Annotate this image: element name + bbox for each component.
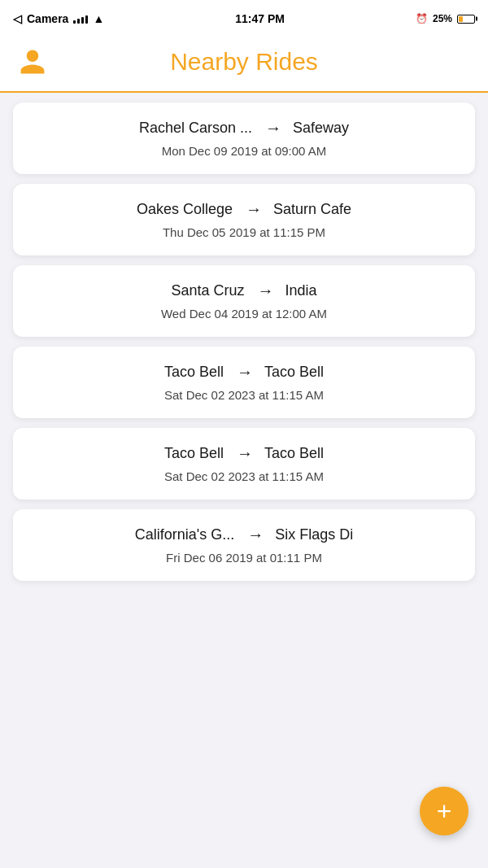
ride-from: Taco Bell xyxy=(164,445,224,462)
ride-route: Taco Bell → Taco Bell xyxy=(33,444,455,463)
ride-from: Rachel Carson ... xyxy=(139,120,252,137)
status-time: 11:47 PM xyxy=(235,12,285,25)
ride-datetime: Thu Dec 05 2019 at 11:15 PM xyxy=(33,225,455,239)
signal-bar-1 xyxy=(73,20,76,24)
ride-datetime: Mon Dec 09 2019 at 09:00 AM xyxy=(33,144,455,158)
ride-from: Santa Cruz xyxy=(171,282,244,299)
ride-card[interactable]: Oakes College → Saturn Cafe Thu Dec 05 2… xyxy=(13,184,475,255)
user-icon[interactable] xyxy=(16,46,49,78)
alarm-icon: ⏰ xyxy=(416,13,428,24)
ride-from: Oakes College xyxy=(137,201,233,218)
battery-container xyxy=(457,15,475,24)
arrow-icon: → xyxy=(237,444,251,463)
ride-to: Saturn Cafe xyxy=(273,201,351,218)
arrow-icon: → xyxy=(265,119,280,137)
arrow-icon: → xyxy=(247,526,262,544)
ride-card[interactable]: Taco Bell → Taco Bell Sat Dec 02 2023 at… xyxy=(13,347,475,418)
add-ride-button[interactable]: + xyxy=(420,787,468,835)
rides-list: Rachel Carson ... → Safeway Mon Dec 09 2… xyxy=(0,93,488,591)
signal-bar-3 xyxy=(81,17,84,24)
ride-route: California's G... → Six Flags Di xyxy=(33,526,455,544)
header: Nearby Rides xyxy=(0,36,488,93)
signal-bar-2 xyxy=(77,19,80,24)
ride-card[interactable]: Rachel Carson ... → Safeway Mon Dec 09 2… xyxy=(13,103,475,174)
arrow-icon: → xyxy=(237,363,251,382)
signal-bar-4 xyxy=(85,15,88,24)
ride-from: California's G... xyxy=(135,526,234,543)
battery-percent: 25% xyxy=(433,13,452,24)
status-left: ◁ Camera ▲ xyxy=(13,12,104,25)
arrow-icon: → xyxy=(258,281,272,300)
ride-datetime: Wed Dec 04 2019 at 12:00 AM xyxy=(33,307,455,321)
page-title: Nearby Rides xyxy=(49,48,439,76)
ride-to: Six Flags Di xyxy=(275,526,353,543)
ride-card[interactable]: California's G... → Six Flags Di Fri Dec… xyxy=(13,509,475,581)
ride-to: Taco Bell xyxy=(264,364,324,381)
ride-route: Taco Bell → Taco Bell xyxy=(33,363,455,382)
arrow-icon: → xyxy=(246,200,260,219)
ride-route: Rachel Carson ... → Safeway xyxy=(33,119,455,137)
ride-datetime: Fri Dec 06 2019 at 01:11 PM xyxy=(33,551,455,565)
add-icon: + xyxy=(437,798,452,824)
ride-card[interactable]: Santa Cruz → India Wed Dec 04 2019 at 12… xyxy=(13,265,475,337)
carrier-label: Camera xyxy=(27,12,68,25)
ride-datetime: Sat Dec 02 2023 at 11:15 AM xyxy=(33,469,455,483)
ride-route: Oakes College → Saturn Cafe xyxy=(33,200,455,219)
wifi-icon: ▲ xyxy=(93,12,104,25)
battery-fill xyxy=(459,16,463,22)
ride-route: Santa Cruz → India xyxy=(33,281,455,300)
back-arrow-icon: ◁ xyxy=(13,12,22,25)
battery-icon xyxy=(457,15,475,24)
ride-to: Safeway xyxy=(293,120,349,137)
ride-to: India xyxy=(285,282,317,299)
ride-card[interactable]: Taco Bell → Taco Bell Sat Dec 02 2023 at… xyxy=(13,428,475,499)
ride-datetime: Sat Dec 02 2023 at 11:15 AM xyxy=(33,388,455,402)
ride-to: Taco Bell xyxy=(264,445,324,462)
status-bar: ◁ Camera ▲ 11:47 PM ⏰ 25% xyxy=(0,0,488,36)
status-right: ⏰ 25% xyxy=(416,13,475,24)
signal-bars xyxy=(73,14,88,24)
ride-from: Taco Bell xyxy=(164,364,224,381)
